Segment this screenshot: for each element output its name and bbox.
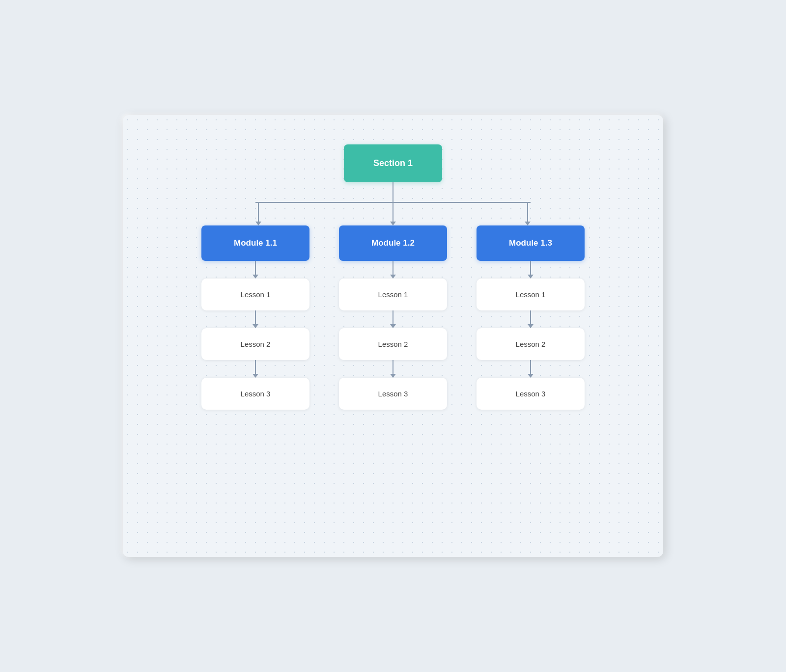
vline <box>530 261 531 276</box>
module-node-3: Module 1.3 <box>477 225 585 261</box>
connector-2-l1 <box>390 261 396 279</box>
module-node-2: Module 1.2 <box>339 225 447 261</box>
module-column-2: Module 1.2 Lesson 1 Lesson 2 <box>339 225 447 410</box>
arrow-1 <box>255 222 261 225</box>
connector-1-l1 <box>253 261 258 279</box>
drop-v-3 <box>527 203 528 223</box>
lesson-label: Lesson 1 <box>516 290 546 299</box>
lesson-1-2: Lesson 2 <box>201 328 309 360</box>
drop-v-2 <box>393 203 393 223</box>
module-column-1: Module 1.1 Lesson 1 Lesson 2 <box>201 225 309 410</box>
module-2-label: Module 1.2 <box>371 238 415 248</box>
lesson-3-1: Lesson 1 <box>477 279 585 310</box>
connector-3-l2 <box>528 310 533 328</box>
vline <box>393 360 393 375</box>
branch-connector <box>162 182 624 225</box>
arrow <box>528 275 533 279</box>
module-1-label: Module 1.1 <box>234 238 277 248</box>
arrow-3 <box>525 222 531 225</box>
arrow <box>253 374 258 378</box>
arrow <box>390 374 396 378</box>
vline <box>255 261 256 276</box>
lesson-1-3: Lesson 3 <box>201 378 309 410</box>
lesson-label: Lesson 2 <box>378 340 408 348</box>
connector-2-l2 <box>390 310 396 328</box>
connector-2-l3 <box>390 360 396 378</box>
vline <box>255 360 256 375</box>
vline <box>393 310 393 325</box>
module-node-1: Module 1.1 <box>201 225 309 261</box>
lesson-3-2: Lesson 2 <box>477 328 585 360</box>
lesson-label: Lesson 3 <box>378 390 408 398</box>
module-3-label: Module 1.3 <box>509 238 552 248</box>
section-node: Section 1 <box>344 144 442 182</box>
drop-v-1 <box>258 203 259 223</box>
vline <box>530 310 531 325</box>
lesson-2-2: Lesson 2 <box>339 328 447 360</box>
lesson-label: Lesson 1 <box>378 290 408 299</box>
vline <box>255 310 256 325</box>
arrow <box>390 275 396 279</box>
vline <box>393 261 393 276</box>
drop-line-1 <box>255 203 261 225</box>
connector-1-l2 <box>253 310 258 328</box>
section-label: Section 1 <box>373 158 413 168</box>
arrow-2 <box>390 222 396 225</box>
arrow <box>528 374 533 378</box>
module-column-3: Module 1.3 Lesson 1 Lesson 2 <box>477 225 585 410</box>
connector-3-l1 <box>528 261 533 279</box>
modules-row: Module 1.1 Lesson 1 Lesson 2 <box>201 225 585 410</box>
connector-1-l3 <box>253 360 258 378</box>
diagram-card: Section 1 <box>123 115 663 557</box>
arrow <box>528 324 533 328</box>
lesson-2-3: Lesson 3 <box>339 378 447 410</box>
vertical-line-top <box>393 182 393 202</box>
lesson-1-1: Lesson 1 <box>201 279 309 310</box>
lesson-label: Lesson 3 <box>241 390 271 398</box>
diagram-container: Section 1 <box>162 144 624 410</box>
lesson-label: Lesson 3 <box>516 390 546 398</box>
vline <box>530 360 531 375</box>
connector-3-l3 <box>528 360 533 378</box>
drop-line-3 <box>525 203 531 225</box>
arrow <box>390 324 396 328</box>
lesson-label: Lesson 2 <box>516 340 546 348</box>
lesson-label: Lesson 2 <box>241 340 271 348</box>
drop-lines <box>255 203 531 225</box>
lesson-label: Lesson 1 <box>241 290 271 299</box>
arrow <box>253 324 258 328</box>
lesson-2-1: Lesson 1 <box>339 279 447 310</box>
drop-line-2 <box>390 203 396 225</box>
arrow <box>253 275 258 279</box>
lesson-3-3: Lesson 3 <box>477 378 585 410</box>
